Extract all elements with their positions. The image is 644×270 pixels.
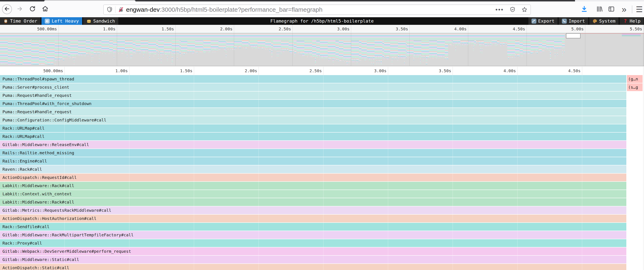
flame-row: Gitlab::Metrics::RequestsRackMiddleware#… xyxy=(0,206,644,215)
flame-row: ActionDispatch::HostAuthorization#call xyxy=(0,215,644,223)
reload-button[interactable] xyxy=(28,4,38,14)
flame-frame[interactable]: Labkit::Middleware::Rack#call xyxy=(0,182,626,190)
pocket-icon[interactable] xyxy=(509,6,516,13)
downloads-button[interactable] xyxy=(580,5,589,14)
flame-frame[interactable]: Puma::Configuration::ConfigMiddleware#ca… xyxy=(0,116,626,124)
flame-row: Puma::Request#handle_request xyxy=(0,91,644,100)
insecure-lock-icon[interactable] xyxy=(118,6,124,13)
flame-frame[interactable]: ActionDispatch::HostAuthorization#call xyxy=(0,215,626,222)
urlbar-divider xyxy=(115,6,116,13)
browser-tab-strip xyxy=(0,0,644,1)
flame-frame[interactable]: Raven::Rack#call xyxy=(0,165,626,173)
flame-frame[interactable]: Rails::Railtie.method_missing xyxy=(0,149,626,157)
url-bar[interactable]: engwan-dev:3000/h5bp/html5-boilerplate?p… xyxy=(103,4,531,15)
frame-label: Puma::Configuration::ConfigMiddleware#ca… xyxy=(2,116,106,124)
axis-tick-label: 4.00s xyxy=(426,25,466,33)
flame-frame[interactable]: Rack::Proxy#call xyxy=(0,239,626,247)
palette-icon xyxy=(592,19,598,23)
flame-frame[interactable]: Puma::ThreadPool#with_force_shutdown xyxy=(0,100,626,107)
tab-sandwich[interactable]: Sandwich xyxy=(83,17,118,25)
tab-label: Time Order xyxy=(10,18,37,23)
frame-label: Gitlab::Middleware::ReleaseEnv#call xyxy=(2,141,89,149)
flame-frame[interactable]: Rack::URLMap#call xyxy=(0,124,626,132)
flamegraph-rows: Puma::ThreadPool#spawn_thread(g…nPuma::S… xyxy=(0,75,644,270)
axis-tick-label: 1.50s xyxy=(133,25,174,33)
axis-tick-line xyxy=(117,25,117,33)
axis-tick-label: 500.00ms xyxy=(16,25,57,33)
axis-tick-label: 3.50s xyxy=(410,67,451,75)
axis-tick-line xyxy=(194,67,194,75)
tab-time-order[interactable]: Time Order xyxy=(0,17,40,25)
flame-row: Gitlab::Middleware::Static#call xyxy=(0,256,644,264)
flame-frame-gc[interactable]: (s…g xyxy=(627,83,642,91)
main-time-axis: 500.00ms1.00s1.50s2.00s2.50s3.00s3.50s4.… xyxy=(0,67,644,75)
flame-frame[interactable]: Puma::Request#handle_request xyxy=(0,91,626,99)
back-icon xyxy=(4,5,10,13)
flame-frame[interactable]: Puma::ThreadPool#spawn_thread xyxy=(0,75,626,83)
tab-left-heavy[interactable]: Left Heavy xyxy=(42,17,82,25)
sidebar-button[interactable] xyxy=(606,5,616,14)
tab-label: Sandwich xyxy=(93,18,115,23)
flame-row: Rack::Sendfile#call xyxy=(0,223,644,231)
import-button[interactable]: Import xyxy=(559,17,588,25)
frame-label: Rack::URLMap#call xyxy=(2,133,44,140)
axis-tick-line xyxy=(64,67,65,75)
axis-tick-label: 500.00ms xyxy=(22,67,63,75)
flame-frame[interactable]: ActionDispatch::RequestId#call xyxy=(0,174,626,181)
flame-frame[interactable]: Gitlab::Middleware::RackMultipartTempfil… xyxy=(0,231,626,239)
system-button[interactable]: System xyxy=(590,17,618,25)
frame-label: Puma::Request#handle_request xyxy=(2,91,72,99)
axis-tick-line xyxy=(585,25,585,33)
flame-row: Labkit::Middleware::Rack#call xyxy=(0,182,644,190)
flame-row: Rails::Railtie.method_missing xyxy=(0,149,644,157)
bookmark-star-icon[interactable] xyxy=(521,6,528,13)
tracking-shield-icon[interactable] xyxy=(106,6,113,13)
frame-label: Puma::Request#handle_request xyxy=(2,108,72,116)
axis-tick-label: 1.50s xyxy=(151,67,192,75)
action-label: Export xyxy=(538,18,554,23)
flame-frame[interactable]: Rails::Engine#call xyxy=(0,157,626,165)
frame-label: Labkit::Middleware::Rack#call xyxy=(2,198,74,206)
frame-label: Puma::ThreadPool#with_force_shutdown xyxy=(2,100,92,107)
axis-tick-label: 5.00s xyxy=(542,25,584,33)
flame-row: Puma::Request#handle_request xyxy=(0,108,644,116)
forward-button[interactable] xyxy=(15,4,25,14)
export-icon xyxy=(532,19,536,23)
flame-frame[interactable]: Rack::Sendfile#call xyxy=(0,223,626,231)
axis-tick-label: 1.00s xyxy=(74,25,116,33)
axis-tick-line xyxy=(323,67,324,75)
export-button[interactable]: Export xyxy=(528,17,558,25)
flame-frame[interactable]: Gitlab::Middleware::ReleaseEnv#call xyxy=(0,141,626,149)
library-icon xyxy=(596,5,603,13)
menu-icon[interactable]: ☰ xyxy=(634,5,644,14)
minimap-time-axis: 500.00ms1.00s1.50s2.00s2.50s3.00s3.50s4.… xyxy=(0,25,644,33)
page-actions-icon[interactable]: ••• xyxy=(495,6,504,13)
back-button[interactable] xyxy=(2,4,12,14)
axis-tick-line xyxy=(58,25,58,33)
minimap-canvas[interactable] xyxy=(0,33,644,66)
axis-tick-label: 2.50s xyxy=(250,25,291,33)
overflow-chevron-icon[interactable]: » xyxy=(619,5,629,14)
flame-frame[interactable]: Puma::Server#process_client xyxy=(0,83,626,91)
flame-frame-gc[interactable]: (g…n xyxy=(627,75,642,83)
reload-icon xyxy=(29,5,36,13)
flame-frame[interactable]: Labkit::Middleware::Rack#call xyxy=(0,198,626,206)
url-text[interactable]: engwan-dev:3000/h5bp/html5-boilerplate?p… xyxy=(126,6,492,13)
flame-row: Rack::URLMap#call xyxy=(0,133,644,141)
home-button[interactable] xyxy=(40,4,50,14)
flame-frame[interactable]: Gitlab::Middleware::Static#call xyxy=(0,256,626,264)
axis-tick-line xyxy=(517,67,518,75)
flame-frame[interactable]: Gitlab::Webpack::DevServerMiddleware#per… xyxy=(0,248,626,255)
flame-row: Raven::Rack#call xyxy=(0,165,644,174)
minimap-viewport[interactable] xyxy=(566,33,580,38)
flame-row: ActionDispatch::RequestId#call xyxy=(0,174,644,182)
axis-tick-line xyxy=(258,67,259,75)
library-button[interactable] xyxy=(595,5,604,14)
action-label: System xyxy=(599,18,616,23)
flame-frame[interactable]: Gitlab::Metrics::RequestsRackMiddleware#… xyxy=(0,206,626,214)
flame-frame[interactable]: Puma::Request#handle_request xyxy=(0,108,626,116)
flame-frame[interactable]: Labkit::Context.with_context xyxy=(0,190,626,198)
flame-frame[interactable]: Rack::URLMap#call xyxy=(0,133,626,140)
flame-frame[interactable]: ActionDispatch::Static#call xyxy=(0,264,626,270)
help-button[interactable]: ?Help xyxy=(620,17,644,25)
